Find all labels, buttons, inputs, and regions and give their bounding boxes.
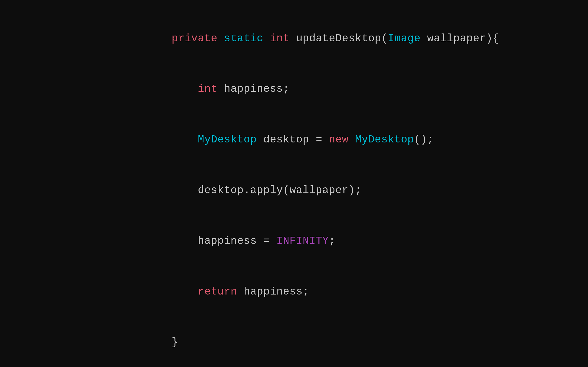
type-mydesktop-decl: MyDesktop [198, 134, 257, 146]
closing-brace: } [172, 336, 178, 348]
apply-call: desktop.apply(wallpaper); [172, 184, 362, 196]
happiness-assign: happiness = [172, 235, 276, 247]
code-line-6: return happiness; [145, 267, 499, 317]
happiness-decl: happiness; [217, 83, 290, 95]
keyword-static: static [224, 33, 263, 44]
keyword-new: new [329, 134, 349, 146]
code-line-3: MyDesktop desktop = new MyDesktop(); [145, 115, 499, 165]
code-line-7: } [145, 317, 499, 367]
code-line-5: happiness = INFINITY; [145, 216, 499, 267]
keyword-return: return [198, 286, 237, 298]
keyword-int-decl: int [198, 83, 217, 95]
param-wallpaper: wallpaper){ [421, 33, 499, 44]
keyword-int-return: int [270, 33, 290, 44]
constructor-call: (); [414, 134, 434, 146]
const-infinity: INFINITY [277, 235, 329, 247]
keyword-private: private [172, 33, 217, 44]
type-mydesktop-new: MyDesktop [355, 134, 414, 146]
code-line-4: desktop.apply(wallpaper); [145, 165, 499, 216]
return-happiness: happiness; [237, 286, 309, 298]
method-signature: updateDesktop( [290, 33, 388, 44]
desktop-assign: desktop = [257, 134, 329, 146]
code-block: private static int updateDesktop(Image w… [145, 13, 499, 367]
code-line-1: private static int updateDesktop(Image w… [145, 13, 499, 64]
code-line-2: int happiness; [145, 64, 499, 115]
type-image: Image [388, 33, 421, 44]
